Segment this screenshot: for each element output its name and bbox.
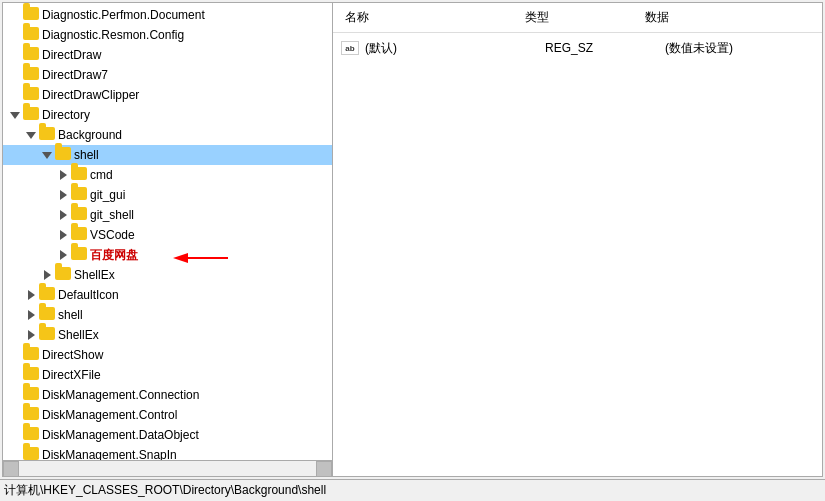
tree-item-diskmanagement-data[interactable]: DiskManagement.DataObject: [3, 425, 332, 445]
tree-item-label: Diagnostic.Resmon.Config: [42, 28, 184, 42]
expand-btn[interactable]: [23, 287, 39, 303]
expand-btn[interactable]: [7, 447, 23, 460]
tree-item-background[interactable]: Background: [3, 125, 332, 145]
tree-item-label: DirectXFile: [42, 368, 101, 382]
tree-item-directshow[interactable]: DirectShow: [3, 345, 332, 365]
expand-btn[interactable]: [55, 227, 71, 243]
expand-btn[interactable]: [55, 247, 71, 263]
tree-item-label: DirectDraw7: [42, 68, 108, 82]
folder-icon: [23, 47, 39, 63]
tree-item-shellex2[interactable]: ShellEx: [3, 325, 332, 345]
expand-btn[interactable]: [7, 7, 23, 23]
expand-btn[interactable]: [7, 47, 23, 63]
expand-triangle-down: [42, 152, 52, 159]
tree-item-label: Diagnostic.Perfmon.Document: [42, 8, 205, 22]
expand-btn[interactable]: [7, 387, 23, 403]
folder-icon: [39, 287, 55, 303]
expand-btn[interactable]: [23, 127, 39, 143]
folder-icon: [39, 127, 55, 143]
folder-icon: [71, 207, 87, 223]
tree-item-directdraw7[interactable]: DirectDraw7: [3, 65, 332, 85]
tree-item-directxfile[interactable]: DirectXFile: [3, 365, 332, 385]
expand-btn[interactable]: [7, 407, 23, 423]
hscroll-right-btn[interactable]: [316, 461, 332, 477]
tree-item-label: shell: [58, 308, 83, 322]
expand-btn[interactable]: [55, 207, 71, 223]
tree-item-label: DiskManagement.DataObject: [42, 428, 199, 442]
tree-item-diag-resmon[interactable]: Diagnostic.Resmon.Config: [3, 25, 332, 45]
col-header-data: 数据: [641, 7, 814, 28]
tree-item-label: DirectDraw: [42, 48, 101, 62]
tree-item-defaulticon[interactable]: DefaultIcon: [3, 285, 332, 305]
tree-item-diskmanagement-ctrl[interactable]: DiskManagement.Control: [3, 405, 332, 425]
tree-item-label: DiskManagement.Connection: [42, 388, 199, 402]
horizontal-scrollbar[interactable]: [3, 460, 332, 476]
expand-triangle-right: [60, 190, 67, 200]
expand-triangle-right: [28, 310, 35, 320]
folder-icon: [23, 87, 39, 103]
tree-item-baiduyun[interactable]: 百度网盘: [3, 245, 332, 265]
tree-item-label: git_shell: [90, 208, 134, 222]
expand-btn[interactable]: [39, 267, 55, 283]
tree-item-diskmanagement-snap[interactable]: DiskManagement.SnapIn: [3, 445, 332, 460]
expand-btn[interactable]: [7, 107, 23, 123]
expand-btn[interactable]: [55, 187, 71, 203]
expand-btn[interactable]: [7, 87, 23, 103]
folder-icon: [23, 27, 39, 43]
tree-item-label: git_gui: [90, 188, 125, 202]
tree-item-git_shell[interactable]: git_shell: [3, 205, 332, 225]
right-header: 名称 类型 数据: [333, 3, 822, 33]
expand-btn[interactable]: [7, 347, 23, 363]
tree-item-label: 百度网盘: [90, 247, 138, 264]
tree-item-label: ShellEx: [58, 328, 99, 342]
status-text: 计算机\HKEY_CLASSES_ROOT\Directory\Backgrou…: [4, 482, 326, 499]
folder-icon: [23, 387, 39, 403]
expand-triangle-right: [60, 170, 67, 180]
expand-btn[interactable]: [7, 27, 23, 43]
folder-icon: [23, 367, 39, 383]
tree-item-directdraw[interactable]: DirectDraw: [3, 45, 332, 65]
tree-item-shell2[interactable]: shell: [3, 305, 332, 325]
folder-icon: [71, 167, 87, 183]
tree-item-label: DiskManagement.SnapIn: [42, 448, 177, 460]
folder-icon: [23, 7, 39, 23]
expand-btn[interactable]: [39, 147, 55, 163]
reg-data-cell: (数值未设置): [665, 40, 814, 57]
tree-item-diag-perfmon[interactable]: Diagnostic.Perfmon.Document: [3, 5, 332, 25]
status-bar: 计算机\HKEY_CLASSES_ROOT\Directory\Backgrou…: [0, 479, 825, 501]
tree-item-shell[interactable]: shell: [3, 145, 332, 165]
folder-icon: [23, 427, 39, 443]
tree-item-cmd[interactable]: cmd: [3, 165, 332, 185]
registry-row[interactable]: ab(默认)REG_SZ(数值未设置): [337, 37, 818, 59]
hscroll-left-btn[interactable]: [3, 461, 19, 477]
expand-triangle-right: [28, 290, 35, 300]
right-panel: 名称 类型 数据 ab(默认)REG_SZ(数值未设置): [333, 3, 822, 476]
folder-icon: [39, 307, 55, 323]
folder-icon: [71, 187, 87, 203]
folder-icon: [23, 67, 39, 83]
tree-panel: Diagnostic.Perfmon.DocumentDiagnostic.Re…: [3, 3, 333, 476]
tree-item-directdrawclipper[interactable]: DirectDrawClipper: [3, 85, 332, 105]
tree-item-label: VSCode: [90, 228, 135, 242]
tree-item-vscode[interactable]: VSCode: [3, 225, 332, 245]
expand-triangle-right: [60, 210, 67, 220]
expand-btn[interactable]: [7, 367, 23, 383]
expand-btn[interactable]: [23, 327, 39, 343]
reg-name-cell: (默认): [365, 40, 545, 57]
expand-btn[interactable]: [23, 307, 39, 323]
tree-scroll[interactable]: Diagnostic.Perfmon.DocumentDiagnostic.Re…: [3, 3, 332, 460]
folder-icon: [23, 407, 39, 423]
reg-type-icon: ab: [341, 40, 361, 56]
tree-item-git_gui[interactable]: git_gui: [3, 185, 332, 205]
tree-item-directory[interactable]: Directory: [3, 105, 332, 125]
folder-icon: [23, 447, 39, 460]
hscroll-track[interactable]: [19, 463, 316, 475]
expand-btn[interactable]: [55, 167, 71, 183]
tree-item-diskmanagement-conn[interactable]: DiskManagement.Connection: [3, 385, 332, 405]
folder-icon: [71, 227, 87, 243]
expand-btn[interactable]: [7, 427, 23, 443]
tree-item-label: ShellEx: [74, 268, 115, 282]
tree-item-shellex[interactable]: ShellEx: [3, 265, 332, 285]
col-header-name: 名称: [341, 7, 521, 28]
expand-btn[interactable]: [7, 67, 23, 83]
